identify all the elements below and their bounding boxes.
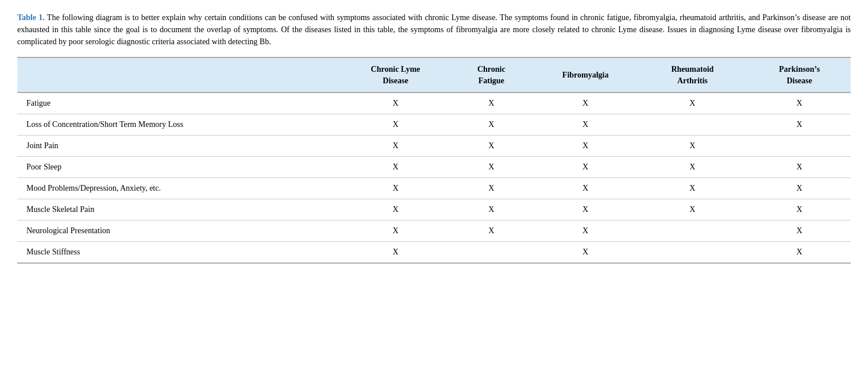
- rheumatoid-cell: X: [637, 199, 749, 221]
- chronic-lyme-cell: X: [342, 242, 449, 264]
- header-fibromyalgia: Fibromyalgia: [534, 57, 637, 92]
- rheumatoid-cell: [637, 114, 749, 136]
- rheumatoid-cell: X: [637, 136, 749, 157]
- table-row: Joint PainXXXX: [17, 136, 851, 157]
- fibromyalgia-cell: X: [534, 221, 637, 242]
- chronic-lyme-cell: X: [342, 178, 449, 199]
- symptom-cell: Joint Pain: [17, 136, 342, 157]
- table-caption: Table 1. The following diagram is to bet…: [17, 11, 851, 48]
- table-row: Poor SleepXXXXX: [17, 157, 851, 178]
- header-rheumatoid: RheumatoidArthritis: [637, 57, 749, 92]
- fibromyalgia-cell: X: [534, 136, 637, 157]
- symptom-cell: Neurological Presentation: [17, 221, 342, 242]
- header-symptom: [17, 57, 342, 92]
- table-row: Muscle Skeletal PainXXXXX: [17, 199, 851, 221]
- header-parkinsons: Parkinson’sDisease: [748, 57, 851, 92]
- chronic-fatigue-cell: [449, 242, 534, 264]
- rheumatoid-cell: X: [637, 92, 749, 114]
- fibromyalgia-cell: X: [534, 92, 637, 114]
- symptom-cell: Poor Sleep: [17, 157, 342, 178]
- symptom-cell: Muscle Skeletal Pain: [17, 199, 342, 221]
- chronic-fatigue-cell: X: [449, 221, 534, 242]
- caption-label: Table 1.: [17, 13, 45, 22]
- header-chronic-lyme: Chronic LymeDisease: [342, 57, 449, 92]
- table-header-row: Chronic LymeDisease ChronicFatigue Fibro…: [17, 57, 851, 92]
- rheumatoid-cell: [637, 221, 749, 242]
- symptom-cell: Fatigue: [17, 92, 342, 114]
- table-row: Muscle StiffnessXXX: [17, 242, 851, 264]
- parkinsons-cell: X: [748, 221, 851, 242]
- rheumatoid-cell: [637, 242, 749, 264]
- fibromyalgia-cell: X: [534, 178, 637, 199]
- chronic-fatigue-cell: X: [449, 92, 534, 114]
- fibromyalgia-cell: X: [534, 114, 637, 136]
- rheumatoid-cell: X: [637, 178, 749, 199]
- rheumatoid-cell: X: [637, 157, 749, 178]
- parkinsons-cell: X: [748, 178, 851, 199]
- chronic-lyme-cell: X: [342, 92, 449, 114]
- chronic-fatigue-cell: X: [449, 178, 534, 199]
- caption-text: The following diagram is to better expla…: [17, 13, 851, 46]
- parkinsons-cell: X: [748, 199, 851, 221]
- symptoms-table: Chronic LymeDisease ChronicFatigue Fibro…: [17, 57, 851, 264]
- chronic-fatigue-cell: X: [449, 136, 534, 157]
- chronic-fatigue-cell: X: [449, 199, 534, 221]
- table-row: FatigueXXXXX: [17, 92, 851, 114]
- header-chronic-fatigue: ChronicFatigue: [449, 57, 534, 92]
- parkinsons-cell: X: [748, 157, 851, 178]
- chronic-lyme-cell: X: [342, 157, 449, 178]
- table-row: Loss of Concentration/Short Term Memory …: [17, 114, 851, 136]
- symptom-cell: Loss of Concentration/Short Term Memory …: [17, 114, 342, 136]
- table-row: Mood Problems/Depression, Anxiety, etc.X…: [17, 178, 851, 199]
- fibromyalgia-cell: X: [534, 157, 637, 178]
- chronic-lyme-cell: X: [342, 114, 449, 136]
- fibromyalgia-cell: X: [534, 199, 637, 221]
- parkinsons-cell: X: [748, 242, 851, 264]
- chronic-fatigue-cell: X: [449, 157, 534, 178]
- symptom-cell: Muscle Stiffness: [17, 242, 342, 264]
- fibromyalgia-cell: X: [534, 242, 637, 264]
- symptom-cell: Mood Problems/Depression, Anxiety, etc.: [17, 178, 342, 199]
- chronic-lyme-cell: X: [342, 136, 449, 157]
- chronic-lyme-cell: X: [342, 199, 449, 221]
- table-row: Neurological PresentationXXXX: [17, 221, 851, 242]
- chronic-lyme-cell: X: [342, 221, 449, 242]
- parkinsons-cell: X: [748, 92, 851, 114]
- parkinsons-cell: X: [748, 114, 851, 136]
- chronic-fatigue-cell: X: [449, 114, 534, 136]
- parkinsons-cell: [748, 136, 851, 157]
